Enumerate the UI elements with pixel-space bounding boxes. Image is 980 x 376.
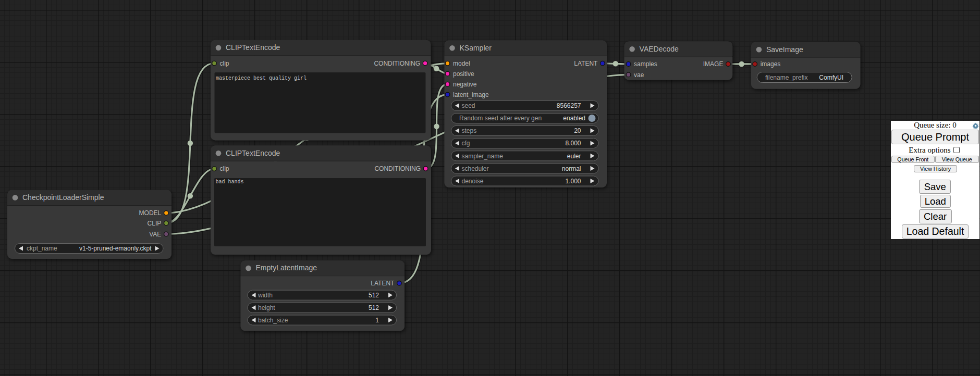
svg-text:steps: steps — [462, 127, 477, 134]
svg-text:ckpt_name: ckpt_name — [27, 245, 57, 252]
svg-text:batch_size: batch_size — [258, 317, 288, 324]
svg-text:denoise: denoise — [462, 178, 484, 185]
svg-text:positive: positive — [453, 70, 474, 78]
svg-text:8.000: 8.000 — [565, 140, 581, 147]
svg-text:KSampler: KSampler — [460, 44, 492, 52]
svg-text:MODEL: MODEL — [139, 209, 162, 217]
svg-text:EmptyLatentImage: EmptyLatentImage — [256, 264, 317, 272]
svg-text:cfg: cfg — [462, 140, 470, 147]
svg-text:enabled: enabled — [563, 115, 585, 122]
svg-text:clip: clip — [220, 165, 229, 172]
svg-text:CONDITIONING: CONDITIONING — [374, 165, 421, 172]
svg-text:clip: clip — [220, 60, 229, 67]
svg-text:CONDITIONING: CONDITIONING — [374, 60, 420, 67]
svg-text:masterpiece best quality girl: masterpiece best quality girl — [216, 76, 307, 81]
svg-text:CLIP: CLIP — [148, 220, 162, 227]
svg-text:bad hands: bad hands — [216, 179, 244, 185]
svg-text:CheckpointLoaderSimple: CheckpointLoaderSimple — [22, 193, 104, 202]
svg-text:CLIPTextEncode: CLIPTextEncode — [226, 43, 280, 52]
svg-text:vae: vae — [634, 71, 644, 79]
svg-text:CLIPTextEncode: CLIPTextEncode — [226, 149, 280, 157]
svg-text:normal: normal — [562, 165, 581, 172]
svg-text:model: model — [453, 60, 470, 67]
svg-text:SaveImage: SaveImage — [766, 45, 803, 54]
svg-text:negative: negative — [453, 81, 477, 88]
svg-text:samples: samples — [634, 60, 657, 68]
svg-text:sampler_name: sampler_name — [462, 153, 504, 160]
svg-text:LATENT: LATENT — [574, 60, 598, 67]
svg-text:20: 20 — [574, 127, 581, 134]
svg-text:filename_prefix: filename_prefix — [765, 74, 807, 81]
svg-text:seed: seed — [462, 102, 475, 109]
svg-text:euler: euler — [567, 153, 581, 160]
svg-text:latent_image: latent_image — [453, 91, 489, 98]
svg-text:LATENT: LATENT — [371, 280, 395, 287]
svg-text:VAE: VAE — [149, 231, 161, 238]
svg-text:v1-5-pruned-emaonly.ckpt: v1-5-pruned-emaonly.ckpt — [79, 245, 152, 252]
svg-text:height: height — [258, 304, 275, 311]
svg-text:IMAGE: IMAGE — [703, 60, 724, 68]
svg-text:scheduler: scheduler — [462, 165, 489, 172]
svg-text:8566257: 8566257 — [557, 102, 581, 109]
svg-text:width: width — [258, 292, 273, 299]
svg-text:images: images — [761, 60, 781, 68]
svg-text:Random seed after every gen: Random seed after every gen — [459, 115, 542, 122]
svg-text:512: 512 — [369, 304, 379, 311]
svg-text:VAEDecode: VAEDecode — [640, 45, 679, 53]
svg-text:1: 1 — [375, 317, 379, 324]
svg-text:ComfyUI: ComfyUI — [819, 74, 843, 81]
svg-text:512: 512 — [369, 292, 379, 299]
svg-text:1.000: 1.000 — [565, 178, 581, 185]
